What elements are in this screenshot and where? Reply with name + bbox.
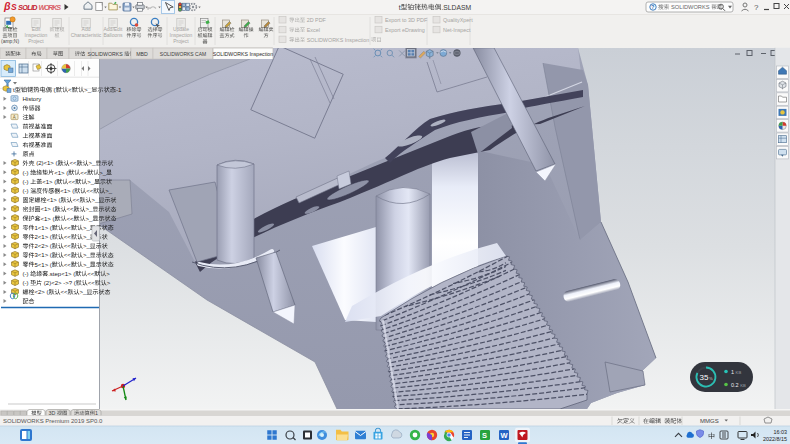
svg-text:>_: >_ [83, 252, 91, 258]
svg-text:<1> (: <1> ( [41, 206, 55, 212]
svg-text:<: < [68, 86, 72, 93]
svg-text:<<: << [64, 262, 72, 268]
svg-text:?: ? [754, 3, 759, 12]
svg-text:<1> (: <1> ( [54, 170, 68, 176]
svg-text:Net-Inspect: Net-Inspect [443, 27, 471, 33]
svg-text:<1> (: <1> ( [47, 197, 61, 203]
svg-text:t: t [13, 86, 15, 93]
svg-text:<<: << [64, 252, 72, 258]
svg-text:Export to 3D PDF: Export to 3D PDF [385, 17, 428, 23]
svg-text:(2)<2> ->? (: (2)<2> ->? ( [44, 280, 76, 286]
svg-text:<<: << [68, 179, 76, 185]
svg-text:2<2> (: 2<2> ( [35, 243, 52, 249]
svg-text:Project: Project [28, 38, 44, 44]
svg-text:<1> (: <1> ( [41, 216, 55, 222]
svg-text:<<: << [64, 243, 72, 249]
svg-text:<<: << [80, 170, 88, 176]
svg-text:<<: << [87, 271, 95, 277]
svg-text:<<: << [67, 216, 75, 222]
svg-text:<<: << [70, 160, 78, 166]
svg-text:(-): (-) [23, 179, 29, 185]
svg-text:16:03: 16:03 [774, 429, 788, 435]
svg-text:<<: << [88, 280, 96, 286]
svg-text:(-): (-) [23, 280, 29, 286]
svg-text:<<: << [64, 234, 72, 240]
svg-text:β: β [3, 0, 11, 12]
svg-text:2<1> (: 2<1> ( [35, 234, 52, 240]
svg-text:>_: >_ [86, 216, 94, 222]
svg-text:>_: >_ [83, 262, 91, 268]
svg-text:0.2 KB: 0.2 KB [731, 382, 746, 388]
svg-text:>_: >_ [92, 197, 100, 203]
svg-text:>: > [107, 280, 111, 286]
svg-text:2022/8/15: 2022/8/15 [763, 436, 787, 442]
svg-text:(2)<1> (: (2)<1> ( [36, 160, 57, 166]
svg-text:35: 35 [700, 373, 709, 382]
svg-text:1: 1 [95, 410, 98, 416]
svg-text:S: S [482, 431, 487, 440]
svg-text:MMGS: MMGS [700, 418, 719, 424]
svg-text:>_: >_ [89, 160, 97, 166]
svg-text:(amp;N): (amp;N) [1, 38, 19, 44]
svg-text:3<1> (: 3<1> ( [35, 252, 52, 258]
svg-text:S: S [11, 2, 17, 12]
svg-text:Balloons: Balloons [103, 32, 123, 38]
svg-text:>_: >_ [83, 225, 91, 231]
svg-text:MBD: MBD [136, 51, 148, 57]
svg-text:>_: >_ [80, 289, 88, 295]
svg-text:SOLIDWORKS Inspection: SOLIDWORKS Inspection [307, 37, 370, 43]
svg-text:A: A [13, 115, 16, 120]
svg-text:Characteristic: Characteristic [71, 32, 102, 38]
svg-text:5<1> (: 5<1> ( [35, 262, 52, 268]
svg-text:>_: >_ [105, 188, 113, 194]
svg-text:W: W [501, 431, 509, 440]
svg-text:<2> (: <2> ( [35, 289, 49, 295]
svg-text:>_: >_ [87, 179, 95, 185]
svg-text:<<: << [86, 188, 94, 194]
svg-text:QualityXpert: QualityXpert [443, 17, 473, 23]
svg-text:SOLIDWORKS Premium 2019 SP0.0: SOLIDWORKS Premium 2019 SP0.0 [3, 418, 103, 424]
svg-text:SOLIDWORKS Inspection: SOLIDWORKS Inspection [213, 51, 273, 57]
svg-text:<<: << [67, 206, 75, 212]
svg-text:SOLIDWORKS CAM: SOLIDWORKS CAM [160, 51, 206, 57]
svg-text:.step<1> (: .step<1> ( [48, 271, 75, 277]
svg-text:>_: >_ [84, 86, 92, 93]
svg-text:SOLIDWORKS: SOLIDWORKS [671, 4, 710, 10]
svg-text:2D PDF: 2D PDF [307, 17, 327, 23]
svg-text:t: t [399, 4, 401, 11]
svg-text:Excel: Excel [307, 27, 320, 33]
svg-text:%: % [709, 376, 713, 381]
svg-text:<<: << [73, 197, 81, 203]
svg-text:>_: >_ [83, 234, 91, 240]
svg-text:>_: >_ [99, 170, 107, 176]
svg-text:>_: >_ [83, 243, 91, 249]
svg-text:>_: >_ [86, 206, 94, 212]
svg-text:3D: 3D [49, 410, 56, 416]
svg-text:<1> (: <1> ( [60, 188, 74, 194]
svg-text:SOLIDWORKS: SOLIDWORKS [88, 51, 124, 57]
svg-text:(-): (-) [23, 188, 29, 194]
svg-text:1<1> (: 1<1> ( [35, 225, 52, 231]
svg-text:<<: << [61, 289, 69, 295]
svg-text:1 KB: 1 KB [731, 369, 741, 375]
svg-text:<<: << [64, 225, 72, 231]
svg-text:.SLDASM: .SLDASM [441, 4, 471, 11]
svg-text:SOLID: SOLID [18, 3, 38, 12]
svg-text:<1> (: <1> ( [42, 179, 56, 185]
svg-text:(-): (-) [23, 170, 29, 176]
svg-text:Export eDrawing: Export eDrawing [385, 27, 425, 33]
svg-text:History: History [23, 96, 42, 102]
svg-text:(-): (-) [23, 271, 29, 277]
svg-text:>: > [106, 271, 110, 277]
svg-text:Project: Project [173, 38, 189, 44]
svg-text:WORKS: WORKS [39, 3, 62, 12]
svg-text:-1: -1 [116, 86, 122, 93]
